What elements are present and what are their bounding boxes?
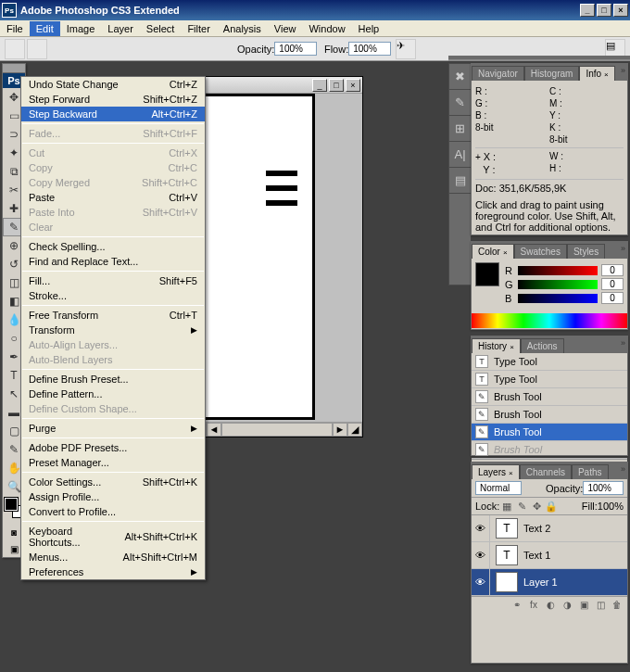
menu-item-color-settings-[interactable]: Color Settings...Shift+Ctrl+K [21, 475, 205, 489]
visibility-icon[interactable]: 👁 [472, 569, 490, 595]
panel-menu-icon[interactable]: » [621, 338, 625, 348]
menu-item-define-brush-preset-[interactable]: Define Brush Preset... [21, 372, 205, 387]
menu-view[interactable]: View [268, 21, 303, 36]
scroll-left-icon[interactable]: ◄ [207, 423, 221, 437]
blend-mode-select[interactable]: Normal [475, 481, 522, 495]
minimize-button[interactable]: _ [580, 4, 595, 17]
menu-item-purge[interactable]: Purge▶ [21, 421, 205, 436]
tab-color[interactable]: Color× [472, 244, 514, 259]
collapsed-char-icon[interactable]: A| [449, 142, 471, 168]
menu-filter[interactable]: Filter [181, 21, 216, 36]
tab-history[interactable]: History× [472, 338, 521, 353]
collapsed-layercomp-icon[interactable]: ▤ [449, 168, 471, 194]
layer-row[interactable]: 👁TText 2 [472, 515, 627, 542]
g-slider[interactable] [518, 280, 598, 289]
layer-opacity-field[interactable]: 100% [583, 481, 624, 495]
link-icon[interactable]: ⚭ [509, 597, 525, 613]
history-item[interactable]: ✎Brush Tool [472, 424, 627, 441]
b-value[interactable]: 0 [601, 292, 624, 304]
tab-actions[interactable]: Actions [521, 338, 564, 353]
doc-maximize-button[interactable]: □ [329, 79, 344, 92]
panel-menu-icon[interactable]: » [621, 464, 625, 474]
color-fgbg-swatch[interactable] [475, 262, 499, 286]
menu-item-preferences[interactable]: Preferences▶ [21, 564, 205, 579]
mask-icon[interactable]: ◐ [542, 597, 559, 613]
menu-item-paste[interactable]: PasteCtrl+V [21, 190, 205, 205]
menu-edit[interactable]: Edit [30, 21, 60, 36]
collapsed-clone-icon[interactable]: ⊞ [449, 116, 471, 142]
resize-grip-icon[interactable]: ◢ [347, 423, 362, 437]
scrollbar-h[interactable] [221, 423, 333, 437]
layer-row[interactable]: 👁TText 1 [472, 542, 627, 569]
panel-menu-icon[interactable]: » [621, 66, 625, 75]
doc-close-button[interactable]: × [346, 79, 360, 92]
menu-item-find-and-replace-text-[interactable]: Find and Replace Text... [21, 254, 205, 269]
brush-preset-icon[interactable] [27, 39, 47, 59]
group-icon[interactable]: ▣ [575, 597, 592, 613]
menu-item-keyboard-shortcuts-[interactable]: Keyboard Shortcuts...Alt+Shift+Ctrl+K [21, 524, 205, 550]
layer-row[interactable]: 👁Layer 1 [472, 569, 627, 596]
toolbox-grip[interactable] [3, 64, 25, 73]
fg-color-swatch[interactable] [5, 498, 18, 511]
menu-help[interactable]: Help [352, 21, 386, 36]
menu-item-menus-[interactable]: Menus...Alt+Shift+Ctrl+M [21, 550, 205, 564]
menu-select[interactable]: Select [140, 21, 182, 36]
trash-icon[interactable]: 🗑 [609, 597, 625, 613]
menu-item-adobe-pdf-presets-[interactable]: Adobe PDF Presets... [21, 440, 205, 455]
tab-styles[interactable]: Styles [567, 244, 605, 259]
menu-item-check-spelling-[interactable]: Check Spelling... [21, 239, 205, 254]
menu-item-assign-profile-[interactable]: Assign Profile... [21, 489, 205, 504]
menu-window[interactable]: Window [302, 21, 351, 36]
menu-item-transform[interactable]: Transform▶ [21, 323, 205, 337]
tab-channels[interactable]: Channels [520, 464, 572, 479]
r-value[interactable]: 0 [601, 264, 624, 276]
menu-item-preset-manager-[interactable]: Preset Manager... [21, 455, 205, 470]
opacity-field[interactable]: 100% [274, 42, 317, 56]
visibility-icon[interactable]: 👁 [472, 515, 490, 541]
history-item[interactable]: TType Tool [472, 371, 627, 388]
tab-paths[interactable]: Paths [572, 464, 609, 479]
tool-preset-icon[interactable] [5, 39, 25, 59]
flow-field[interactable]: 100% [348, 42, 391, 56]
collapsed-nav-icon[interactable]: ✖ [449, 64, 471, 90]
menu-layer[interactable]: Layer [101, 21, 140, 36]
doc-minimize-button[interactable]: _ [312, 79, 327, 92]
tab-histogram[interactable]: Histogram [524, 66, 580, 81]
lock-all-icon[interactable]: 🔒 [545, 500, 558, 513]
menu-item-convert-to-profile-[interactable]: Convert to Profile... [21, 504, 205, 519]
history-item[interactable]: ✎Brush Tool [472, 388, 627, 406]
b-slider[interactable] [518, 294, 598, 303]
lock-paint-icon[interactable]: ✎ [515, 500, 528, 513]
menu-item-free-transform[interactable]: Free TransformCtrl+T [21, 308, 205, 323]
panel-menu-icon[interactable]: » [621, 244, 625, 253]
dock-grip[interactable] [448, 56, 630, 61]
fx-icon[interactable]: fx [525, 597, 542, 613]
maximize-button[interactable]: □ [597, 4, 611, 17]
lock-trans-icon[interactable]: ▦ [500, 500, 513, 513]
tab-layers[interactable]: Layers× [472, 464, 520, 479]
close-button[interactable]: × [613, 4, 628, 17]
tab-swatches[interactable]: Swatches [514, 244, 567, 259]
menu-item-undo-state-change[interactable]: Undo State ChangeCtrl+Z [21, 77, 205, 92]
menu-item-step-forward[interactable]: Step ForwardShift+Ctrl+Z [21, 92, 205, 107]
new-layer-icon[interactable]: ◫ [592, 597, 609, 613]
adjust-icon[interactable]: ◑ [559, 597, 575, 613]
hue-bar[interactable] [472, 313, 627, 328]
lock-pos-icon[interactable]: ✥ [530, 500, 543, 513]
r-slider[interactable] [518, 266, 598, 275]
menu-item-stroke-[interactable]: Stroke... [21, 288, 205, 303]
menu-item-fill-[interactable]: Fill...Shift+F5 [21, 273, 205, 288]
menu-analysis[interactable]: Analysis [217, 21, 268, 36]
tab-navigator[interactable]: Navigator [472, 66, 524, 81]
menu-item-define-pattern-[interactable]: Define Pattern... [21, 387, 205, 401]
history-item[interactable]: ✎Brush Tool [472, 441, 627, 459]
airbrush-icon[interactable]: ✈ [396, 39, 416, 59]
fill-field[interactable]: 100% [598, 501, 624, 512]
g-value[interactable]: 0 [601, 278, 624, 290]
history-item[interactable]: TType Tool [472, 353, 627, 371]
history-item[interactable]: ✎Brush Tool [472, 406, 627, 424]
visibility-icon[interactable]: 👁 [472, 542, 490, 568]
scroll-right-icon[interactable]: ► [333, 423, 347, 437]
menu-file[interactable]: File [0, 21, 30, 36]
tab-info[interactable]: Info× [579, 66, 614, 81]
